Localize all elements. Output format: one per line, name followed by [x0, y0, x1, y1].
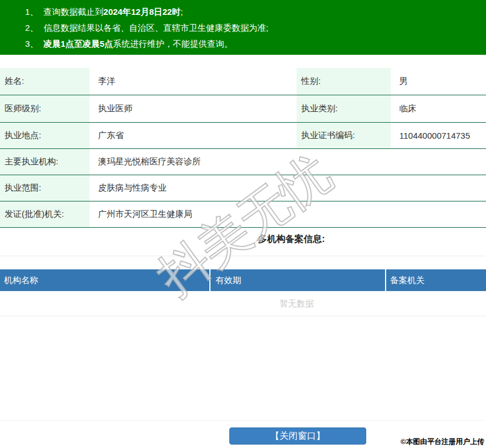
- notice-number: 1、: [25, 7, 43, 17]
- practice-scope-label: 执业范围:: [0, 175, 90, 201]
- divider: [0, 420, 486, 421]
- gender-label: 性别:: [297, 68, 391, 95]
- table-row: 发证(批准)机关: 广州市天河区卫生健康局: [0, 201, 486, 228]
- notice-text: ;: [180, 7, 183, 17]
- practice-category-value: 临床: [391, 95, 486, 122]
- filing-section-title: 多机构备案信息:: [0, 232, 486, 247]
- doctor-info-table: 姓名: 李洋 性别: 男 医师级别: 执业医师 执业类别: 临床 执业地点: 广…: [0, 68, 486, 228]
- gender-value: 男: [391, 68, 486, 95]
- certificate-number-label: 执业证书编码:: [297, 123, 391, 148]
- doctor-level-value: 执业医师: [90, 95, 297, 122]
- practice-location-value: 广东省: [90, 123, 297, 148]
- notice-text: 信息数据结果以各省、自治区、直辖市卫生健康委数据为准;: [43, 23, 268, 33]
- notice-text-bold: 凌晨1点至凌晨5点: [43, 39, 113, 49]
- name-label: 姓名:: [0, 68, 90, 95]
- table-row: 执业地点: 广东省 执业证书编码: 110440000714735: [0, 123, 486, 149]
- notice-text: 查询数据截止到: [43, 7, 103, 17]
- main-institution-label: 主要执业机构:: [0, 149, 90, 175]
- notice-number: 3、: [25, 39, 43, 49]
- copyright-notice: ©本图由平台注册用户上传: [400, 437, 484, 447]
- certificate-number-value: 110440000714735: [391, 123, 486, 148]
- page: 1、查询数据截止到2024年12月8日22时; 2、信息数据结果以各省、自治区、…: [0, 0, 486, 448]
- no-data-message: 暂无数据: [0, 291, 486, 316]
- issuing-authority-value: 广州市天河区卫生健康局: [90, 201, 486, 227]
- notice-text-bold: 2024年12月8日22时: [103, 7, 180, 17]
- filing-table-header: 机构名称 有效期 备案机关: [0, 269, 486, 291]
- name-value: 李洋: [90, 68, 297, 95]
- table-row: 医师级别: 执业医师 执业类别: 临床: [0, 95, 486, 123]
- practice-location-label: 执业地点:: [0, 123, 90, 148]
- doctor-level-label: 医师级别:: [0, 95, 90, 122]
- notice-line-1: 1、查询数据截止到2024年12月8日22时;: [25, 4, 486, 20]
- main-institution-value: 澳玛星光悦榕医疗美容诊所: [90, 149, 486, 175]
- divider: [0, 316, 486, 316]
- divider: [0, 256, 486, 256]
- notice-line-3: 3、凌晨1点至凌晨5点系统进行维护，不能提供查询。: [25, 36, 486, 52]
- column-header-filing-authority: 备案机关: [386, 269, 486, 291]
- table-row: 姓名: 李洋 性别: 男: [0, 68, 486, 95]
- notice-text: 系统进行维护，不能提供查询。: [113, 39, 233, 49]
- practice-category-label: 执业类别:: [297, 95, 391, 122]
- column-header-validity-period: 有效期: [210, 269, 385, 291]
- table-row: 执业范围: 皮肤病与性病专业: [0, 175, 486, 201]
- notice-line-2: 2、信息数据结果以各省、自治区、直辖市卫生健康委数据为准;: [25, 20, 486, 36]
- notice-header: 1、查询数据截止到2024年12月8日22时; 2、信息数据结果以各省、自治区、…: [0, 0, 486, 55]
- practice-scope-value: 皮肤病与性病专业: [90, 175, 486, 201]
- table-row: 主要执业机构: 澳玛星光悦榕医疗美容诊所: [0, 149, 486, 175]
- close-window-button[interactable]: 【关闭窗口】: [229, 427, 366, 445]
- notice-number: 2、: [25, 23, 43, 33]
- column-header-institution-name: 机构名称: [0, 269, 209, 291]
- issuing-authority-label: 发证(批准)机关:: [0, 201, 90, 227]
